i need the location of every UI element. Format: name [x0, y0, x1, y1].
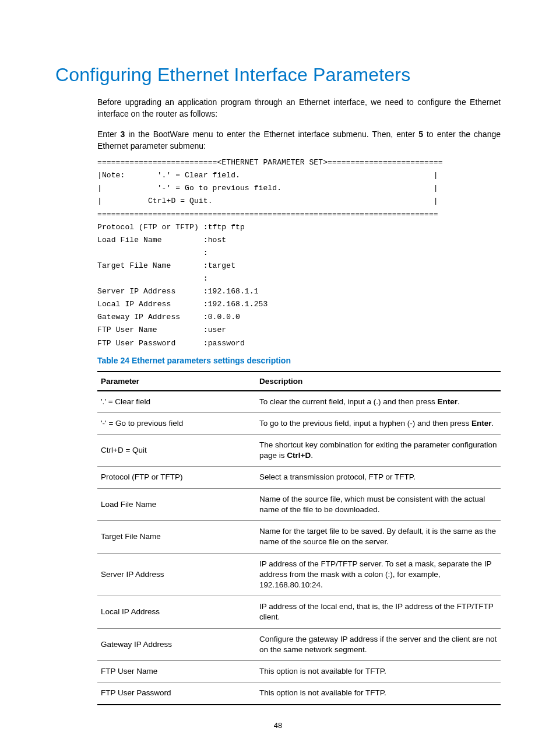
intro-paragraph: Before upgrading an application program …: [97, 96, 501, 120]
table-row: Protocol (FTP or TFTP) Select a transmis…: [97, 467, 501, 488]
desc-cell: This option is not available for TFTP.: [256, 661, 501, 682]
table-row: Ctrl+D = Quit The shortcut key combinati…: [97, 435, 501, 467]
desc-cell: To go to the previous field, input a hyp…: [256, 412, 501, 434]
instruction-paragraph: Enter 3 in the BootWare menu to enter th…: [97, 128, 501, 152]
desc-cell: Name of the source file, which must be c…: [256, 488, 501, 520]
param-cell: Server IP Address: [97, 553, 256, 596]
page: Configuring Ethernet Interface Parameter…: [0, 0, 556, 756]
table-row: Gateway IP Address Configure the gateway…: [97, 628, 501, 660]
p2-text-a: Enter: [97, 130, 120, 139]
desc-cell: Select a transmission protocol, FTP or T…: [256, 467, 501, 488]
desc-cell: Name for the target file to be saved. By…: [256, 521, 501, 553]
p2-text-c: in the BootWare menu to enter the Ethern…: [125, 130, 418, 139]
param-cell: Target File Name: [97, 521, 256, 553]
desc-text: .: [458, 397, 460, 406]
desc-text: IP address of the FTP/TFTP server. To se…: [259, 559, 491, 589]
desc-cell: This option is not available for TFTP.: [256, 682, 501, 705]
desc-text: This option is not available for TFTP.: [259, 688, 386, 697]
table-row: '-' = Go to previous field To go to the …: [97, 412, 501, 434]
table-row: '.' = Clear field To clear the current f…: [97, 391, 501, 413]
table-row: FTP User Password This option is not ava…: [97, 682, 501, 705]
desc-cell: IP address of the local end, that is, th…: [256, 596, 501, 628]
param-cell: Ctrl+D = Quit: [97, 435, 256, 467]
ethernet-parameter-code-block: ==========================<ETHERNET PARA…: [97, 156, 501, 349]
content: Before upgrading an application program …: [97, 96, 501, 705]
param-cell: '.' = Clear field: [97, 391, 256, 413]
table-row: FTP User Name This option is not availab…: [97, 661, 501, 682]
table-header-description: Description: [256, 372, 501, 391]
param-cell: Local IP Address: [97, 596, 256, 628]
page-number: 48: [0, 721, 556, 730]
param-cell: Gateway IP Address: [97, 628, 256, 660]
desc-bold: Enter: [471, 419, 492, 428]
desc-text: IP address of the local end, that is, th…: [259, 602, 493, 621]
table-caption: Table 24 Ethernet parameters settings de…: [97, 356, 501, 365]
desc-cell: To clear the current field, input a (.) …: [256, 391, 501, 413]
table-row: Load File Name Name of the source file, …: [97, 488, 501, 520]
desc-bold: Enter: [437, 397, 458, 406]
p2-bold-5: 5: [418, 130, 423, 139]
desc-cell: IP address of the FTP/TFTP server. To se…: [256, 553, 501, 596]
desc-text: Select a transmission protocol, FTP or T…: [259, 473, 416, 481]
desc-text: To go to the previous field, input a hyp…: [259, 419, 471, 428]
table-row: Server IP Address IP address of the FTP/…: [97, 553, 501, 596]
desc-text: Name for the target file to be saved. By…: [259, 527, 496, 546]
param-cell: FTP User Name: [97, 661, 256, 682]
table-row: Local IP Address IP address of the local…: [97, 596, 501, 628]
desc-cell: Configure the gateway IP address if the …: [256, 628, 501, 660]
table-row: Target File Name Name for the target fil…: [97, 521, 501, 553]
desc-text: This option is not available for TFTP.: [259, 667, 386, 676]
desc-text: .: [311, 451, 313, 460]
param-cell: '-' = Go to previous field: [97, 412, 256, 434]
param-cell: FTP User Password: [97, 682, 256, 705]
table-header-parameter: Parameter: [97, 372, 256, 391]
desc-text: .: [492, 419, 494, 428]
page-title: Configuring Ethernet Interface Parameter…: [55, 64, 501, 86]
desc-text: To clear the current field, input a (.) …: [259, 397, 437, 406]
param-cell: Load File Name: [97, 488, 256, 520]
desc-bold: Ctrl+D: [287, 451, 311, 460]
parameters-table: Parameter Description '.' = Clear field …: [97, 371, 501, 705]
param-cell: Protocol (FTP or TFTP): [97, 467, 256, 488]
desc-cell: The shortcut key combination for exiting…: [256, 435, 501, 467]
desc-text: Name of the source file, which must be c…: [259, 495, 485, 514]
desc-text: Configure the gateway IP address if the …: [259, 635, 497, 654]
